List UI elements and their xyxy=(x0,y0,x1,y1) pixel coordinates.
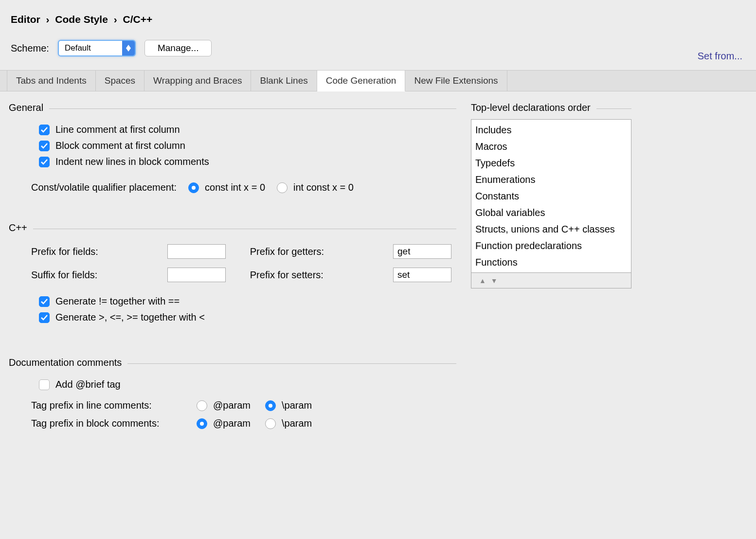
suffix-fields-label: Suffix for fields: xyxy=(31,270,148,281)
breadcrumb-code-style[interactable]: Code Style xyxy=(55,14,108,25)
line-comment-first-col-label: Line comment at first column xyxy=(55,124,180,135)
tab-tabs-indents[interactable]: Tabs and Indents xyxy=(7,71,96,91)
move-down-icon[interactable]: ▼ xyxy=(491,277,498,285)
prefix-getters-input[interactable] xyxy=(393,244,451,259)
divider xyxy=(49,108,456,109)
prefix-fields-input[interactable] xyxy=(167,244,226,259)
svg-marker-0 xyxy=(126,45,131,48)
divider xyxy=(33,229,456,229)
tab-spaces[interactable]: Spaces xyxy=(96,71,144,91)
tag-line-at-label: @param xyxy=(213,400,251,411)
suffix-fields-input[interactable] xyxy=(167,268,226,282)
scheme-label: Scheme: xyxy=(11,43,49,54)
tag-block-bs-label: \param xyxy=(282,418,312,429)
list-item[interactable]: Constants xyxy=(474,188,628,204)
breadcrumb-ccpp: C/C++ xyxy=(123,14,153,25)
section-cpp-title: C++ xyxy=(9,222,27,234)
cv-qualifier-label: Const/volatile qualifier placement: xyxy=(31,182,177,193)
gen-cmp-checkbox[interactable] xyxy=(39,312,50,323)
updown-arrows-icon xyxy=(122,41,135,55)
block-comment-first-col-checkbox[interactable] xyxy=(39,141,50,151)
chevron-right-icon: › xyxy=(114,14,117,25)
list-item[interactable]: Structs, unions and C++ classes xyxy=(474,221,628,237)
breadcrumb: Editor › Code Style › C/C++ xyxy=(11,14,747,25)
tab-new-file-ext[interactable]: New File Extensions xyxy=(405,71,507,91)
divider xyxy=(127,363,456,364)
tabs: Tabs and Indents Spaces Wrapping and Bra… xyxy=(0,70,756,91)
section-general-title: General xyxy=(9,102,43,113)
declarations-order-list[interactable]: Includes Macros Typedefs Enumerations Co… xyxy=(471,119,631,273)
section-doc-title: Documentation comments xyxy=(9,357,122,368)
tag-block-at-radio[interactable] xyxy=(197,418,207,429)
gen-cmp-label: Generate >, <=, >= together with < xyxy=(55,312,205,323)
svg-marker-1 xyxy=(126,48,131,52)
tag-line-bs-label: \param xyxy=(282,400,312,411)
prefix-getters-label: Prefix for getters: xyxy=(250,246,374,257)
tag-block-label: Tag prefix in block comments: xyxy=(31,418,182,429)
list-item[interactable]: Includes xyxy=(474,122,628,138)
tag-line-label: Tag prefix in line comments: xyxy=(31,400,182,411)
move-up-icon[interactable]: ▲ xyxy=(479,277,486,285)
tab-code-generation[interactable]: Code Generation xyxy=(317,71,406,91)
divider xyxy=(596,108,631,109)
block-comment-first-col-label: Block comment at first column xyxy=(55,140,185,151)
cv-const-int-radio[interactable] xyxy=(188,182,199,193)
tag-block-bs-radio[interactable] xyxy=(265,418,276,429)
prefix-setters-label: Prefix for setters: xyxy=(250,270,374,281)
tag-line-bs-radio[interactable] xyxy=(265,400,276,411)
prefix-fields-label: Prefix for fields: xyxy=(31,246,148,257)
tab-blank-lines[interactable]: Blank Lines xyxy=(251,71,317,91)
cv-int-const-label: int const x = 0 xyxy=(293,182,354,193)
list-item[interactable]: Function predeclarations xyxy=(474,237,628,254)
list-item[interactable]: Macros xyxy=(474,138,628,155)
indent-new-lines-label: Indent new lines in block comments xyxy=(55,156,209,167)
cv-int-const-radio[interactable] xyxy=(277,182,288,193)
tag-block-at-label: @param xyxy=(213,418,251,429)
add-brief-label: Add @brief tag xyxy=(55,379,121,390)
list-item[interactable]: Functions xyxy=(474,254,628,270)
scheme-select[interactable]: Default xyxy=(58,40,136,56)
prefix-setters-input[interactable] xyxy=(393,268,451,282)
tag-line-at-radio[interactable] xyxy=(197,400,207,411)
gen-ne-label: Generate != together with == xyxy=(55,296,180,307)
list-item[interactable]: Global variables xyxy=(474,204,628,221)
gen-ne-checkbox[interactable] xyxy=(39,296,50,307)
chevron-right-icon: › xyxy=(46,14,50,25)
scheme-value: Default xyxy=(65,43,91,53)
tab-wrapping[interactable]: Wrapping and Braces xyxy=(144,71,251,91)
indent-new-lines-checkbox[interactable] xyxy=(39,157,50,167)
manage-button[interactable]: Manage... xyxy=(144,40,212,56)
list-item[interactable]: Enumerations xyxy=(474,171,628,188)
add-brief-checkbox[interactable] xyxy=(39,379,50,390)
breadcrumb-editor[interactable]: Editor xyxy=(11,14,40,25)
section-order-title: Top-level declarations order xyxy=(471,102,591,113)
list-item[interactable]: Typedefs xyxy=(474,155,628,171)
cv-const-int-label: const int x = 0 xyxy=(205,182,265,193)
line-comment-first-col-checkbox[interactable] xyxy=(39,125,50,135)
set-from-link[interactable]: Set from... xyxy=(698,51,742,62)
